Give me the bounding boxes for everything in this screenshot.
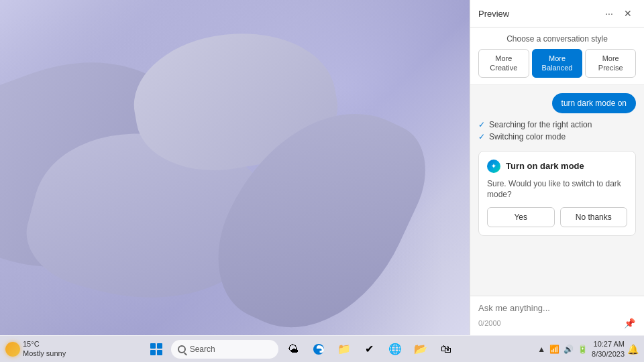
content-area: turn dark mode on ✓ Searching for the ri… [470,85,644,296]
preview-header-icons: ··· ✕ [601,5,636,21]
widgets-button[interactable]: 🌤 [282,339,304,360]
more-options-button[interactable]: ··· [601,5,617,21]
windows-logo [150,343,162,355]
files-button[interactable]: 📂 [410,339,431,360]
style-chooser: Choose a conversation style MoreCreative… [470,27,644,85]
ask-input[interactable] [478,303,636,313]
desktop-background [0,0,470,335]
file-explorer-button[interactable]: 📁 [333,339,355,360]
status-list: ✓ Searching for the right action ✓ Switc… [478,120,636,141]
style-balanced-button[interactable]: MoreBalanced [532,49,583,78]
dark-mode-button-container: turn dark mode on [478,93,636,113]
store-button[interactable]: 🛍 [435,339,457,360]
clock-date: 8/30/2023 [592,349,625,359]
search-icon [178,345,186,353]
wifi-icon[interactable]: 📶 [548,343,561,355]
bing-icon: ✦ [487,160,500,173]
browser-icon: 🌐 [388,343,402,355]
no-thanks-button[interactable]: No thanks [560,207,628,227]
input-area: 0/2000 📌 [470,296,644,335]
search-label: Search [190,345,215,354]
dark-mode-card: ✦ Turn on dark mode Sure. Would you like… [478,151,636,237]
dark-mode-card-body: Sure. Would you like to switch to dark m… [487,178,627,201]
dark-mode-card-header: ✦ Turn on dark mode [487,160,627,173]
close-button[interactable]: ✕ [620,5,636,21]
clock[interactable]: 10:27 AM 8/30/2023 [592,339,625,359]
clock-time: 10:27 AM [592,339,625,349]
bing-icon-text: ✦ [491,163,496,170]
volume-icon[interactable]: 🔊 [562,343,575,355]
style-label: Choose a conversation style [478,34,636,44]
yes-button[interactable]: Yes [487,207,555,227]
files-icon: 📂 [414,343,427,355]
todo-icon: ✔ [365,343,374,355]
taskbar-right: ▲ 📶 🔊 🔋 10:27 AM 8/30/2023 🔔 [531,339,644,359]
status-text-color: Switching color mode [489,132,566,141]
style-buttons: MoreCreative MoreBalanced MorePrecise [478,49,636,78]
preview-panel: Preview ··· ✕ Choose a conversation styl… [470,0,644,335]
taskbar-center: Search 🌤 📁 ✔ 🌐 📂 🛍 [71,339,531,360]
dark-mode-card-title: Turn on dark mode [506,161,584,171]
start-button[interactable] [146,339,167,360]
battery-icon[interactable]: 🔋 [576,343,589,355]
file-explorer-icon: 📁 [337,343,351,355]
char-count: 0/2000 [478,319,501,327]
browser-button[interactable]: 🌐 [384,339,406,360]
status-item-search: ✓ Searching for the right action [478,120,636,129]
network-icon[interactable]: ▲ [536,343,547,355]
status-text-search: Searching for the right action [489,120,592,129]
weather-icon [5,342,20,357]
todo-button[interactable]: ✔ [359,339,380,360]
style-creative-button[interactable]: MoreCreative [478,49,529,78]
temperature: 15°C [23,340,66,349]
edge-button[interactable] [308,339,329,360]
search-bar[interactable]: Search [171,340,278,359]
system-icons: ▲ 📶 🔊 🔋 [536,343,589,355]
check-icon: ✓ [478,120,485,129]
dark-mode-card-buttons: Yes No thanks [487,207,627,227]
store-icon: 🛍 [441,343,451,355]
style-precise-button[interactable]: MorePrecise [585,49,636,78]
preview-title: Preview [478,9,509,19]
taskbar: 15°C Mostly sunny Search 🌤 📁 [0,335,644,362]
preview-header: Preview ··· ✕ [470,0,644,27]
input-footer: 0/2000 📌 [478,316,636,330]
widgets-icon: 🌤 [288,343,299,355]
notification-button[interactable]: 🔔 [627,344,639,355]
weather-condition: Mostly sunny [23,349,66,358]
dark-mode-button[interactable]: turn dark mode on [552,93,636,113]
weather-text: 15°C Mostly sunny [23,340,66,357]
edge-svg-icon [313,343,325,355]
status-item-color: ✓ Switching color mode [478,132,636,141]
weather-widget[interactable]: 15°C Mostly sunny [0,340,71,357]
pin-button[interactable]: 📌 [623,316,636,330]
check-icon-2: ✓ [478,132,485,141]
